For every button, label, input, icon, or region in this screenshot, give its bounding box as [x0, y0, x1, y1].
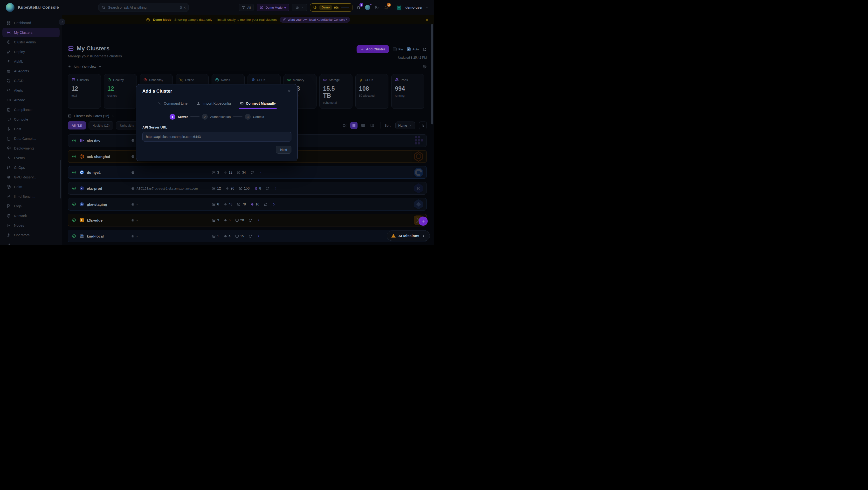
sidebar-item-label: AI Agents — [14, 69, 29, 73]
refresh-icon[interactable] — [248, 234, 252, 238]
filter-all-chip[interactable]: All — [239, 4, 254, 11]
refresh-icon[interactable] — [250, 171, 254, 174]
pin-checkbox[interactable] — [393, 47, 397, 51]
stat-card-pods[interactable]: Pods 994 running — [391, 74, 424, 109]
ai-missions-button[interactable]: AI Missions — [387, 231, 430, 241]
tab-command-line[interactable]: Command Line — [158, 98, 187, 109]
cluster-row-do-nyc1[interactable]: do-nyc1 - 3 12 34 — [68, 166, 427, 179]
filter-tab-all[interactable]: All (12) — [68, 121, 86, 130]
sidebar-item-ai-agents[interactable]: AI Agents — [0, 66, 62, 76]
search-input[interactable] — [107, 5, 178, 10]
sidebar-item-logs[interactable]: Logs — [0, 201, 62, 211]
sidebar-item-data-compliance[interactable]: Data Compli... — [0, 134, 62, 143]
auto-checkbox-group[interactable]: ✓ Auto — [407, 47, 419, 51]
sidebar-item-nodes[interactable]: Nodes — [0, 221, 62, 230]
filter-tab-healthy[interactable]: Healthy (12) — [89, 121, 113, 130]
search-shortcut: ⌘ K — [180, 6, 186, 9]
view-columns-button[interactable] — [369, 122, 376, 129]
sidebar-item-alerts[interactable]: Alerts — [0, 86, 62, 95]
chevron-right-icon[interactable] — [257, 234, 260, 238]
banner-close-button[interactable] — [425, 18, 429, 22]
stat-card-storage[interactable]: Storage 15.5 TB ephemeral — [319, 74, 352, 109]
aks-provider-icon — [80, 138, 84, 143]
view-grid-button[interactable] — [341, 122, 348, 129]
cluster-row-k3s-edge[interactable]: k3s-edge - 3 6 28 — [68, 214, 427, 226]
refresh-icon[interactable] — [264, 202, 268, 206]
cluster-row-gke-staging[interactable]: gke-staging - 6 48 78 16 — [68, 198, 427, 210]
dashboard-icon — [6, 21, 11, 25]
sidebar-item-partial[interactable] — [0, 240, 62, 245]
sidebar-item-deploy[interactable]: Deploy — [0, 47, 62, 57]
sidebar-item-dashboard[interactable]: Dashboard — [0, 18, 62, 28]
user-menu[interactable]: demo-user — [395, 4, 428, 11]
refresh-icon[interactable] — [248, 219, 252, 222]
chevron-right-icon[interactable] — [257, 219, 260, 222]
window-scrollbar[interactable] — [431, 24, 433, 124]
sidebar-collapse-button[interactable] — [59, 19, 65, 25]
sidebar-item-compute[interactable]: Compute — [0, 115, 62, 124]
servers-icon — [71, 78, 75, 82]
cluster-row-eks-prod[interactable]: eks-prod ABC123.gr7.us-east-1.eks.amazon… — [68, 182, 427, 195]
stat-card-gpus[interactable]: GPUs 108 80 allocated — [355, 74, 389, 109]
add-cluster-button[interactable]: Add Cluster — [356, 45, 389, 53]
view-table-button[interactable] — [360, 122, 367, 129]
sidebar-item-llmd-bench[interactable]: llm-d Bench... — [0, 192, 62, 201]
modal-close-icon[interactable] — [287, 89, 291, 93]
view-list-button[interactable] — [350, 122, 358, 129]
chevron-right-icon[interactable] — [272, 202, 276, 206]
sidebar-item-deployments[interactable]: Deployments — [0, 143, 62, 153]
globe-icon — [131, 139, 135, 142]
token-usage-badge[interactable]: Demo 0% — [310, 3, 352, 11]
add-floating-button[interactable] — [418, 217, 428, 226]
chevron-right-icon[interactable] — [259, 171, 262, 174]
stat-sub: 80 allocated — [359, 94, 385, 97]
demo-mode-chip[interactable]: Demo Mode — [257, 4, 289, 11]
tab-import-kubeconfig[interactable]: Import Kubeconfig — [197, 98, 231, 109]
add-cluster-modal: Add a Cluster Command Line Import Kubeco… — [136, 84, 298, 161]
sidebar-item-ci-cd[interactable]: CI/CD — [0, 76, 62, 86]
cluster-row-kind-local[interactable]: kind-local - 1 4 15 — [68, 230, 427, 242]
sidebar-item-label: Compute — [14, 118, 28, 121]
sidebar-item-arcade[interactable]: Arcade — [0, 95, 62, 105]
sidebar-item-gitops[interactable]: GitOps — [0, 163, 62, 172]
banner-cta[interactable]: Want your own local KubeStellar Console? — [280, 17, 350, 23]
sidebar: Dashboard My Clusters Cluster Admin Depl… — [0, 15, 62, 245]
debug-button[interactable]: 1 — [355, 4, 362, 11]
ai-sphere-button[interactable] — [365, 4, 371, 11]
stat-card-clusters[interactable]: Clusters 12 total — [68, 74, 101, 109]
chevron-right-icon — [422, 234, 425, 237]
api-server-url-input[interactable] — [142, 132, 291, 141]
cube-icon — [260, 6, 264, 9]
sidebar-item-cost[interactable]: Cost — [0, 124, 62, 134]
sidebar-item-operators[interactable]: Operators — [0, 230, 62, 240]
sidebar-item-compliance[interactable]: Compliance — [0, 105, 62, 115]
sidebar-item-label: Logs — [14, 204, 22, 208]
git-branch-icon — [6, 165, 11, 170]
settings-gear-icon[interactable] — [423, 65, 427, 69]
theme-toggle[interactable] — [374, 4, 380, 11]
notifications-button[interactable]: 3 — [383, 4, 389, 11]
global-search[interactable]: ⌘ K — [98, 3, 189, 12]
refresh-icon[interactable] — [266, 187, 269, 190]
stats-overview-toggle[interactable]: Stats Overview — [68, 65, 101, 69]
chevron-right-icon[interactable] — [274, 187, 277, 190]
sidebar-item-cluster-admin[interactable]: Cluster Admin — [0, 37, 62, 47]
sort-select[interactable]: Name — [395, 122, 415, 129]
filter-tab-unhealthy[interactable]: Unhealthy — [116, 121, 138, 130]
sidebar-item-my-clusters[interactable]: My Clusters — [2, 28, 60, 37]
sidebar-item-ai-ml[interactable]: AI/ML — [0, 57, 62, 66]
token-progress-bar — [341, 7, 349, 8]
sort-direction-button[interactable] — [419, 122, 427, 129]
sidebar-item-gpu-reservations[interactable]: GPU Reserv... — [0, 172, 62, 182]
stat-card-healthy[interactable]: Healthy 12 clusters — [104, 74, 137, 109]
auto-checkbox[interactable]: ✓ — [407, 47, 411, 51]
pin-checkbox-group[interactable]: Pin — [393, 47, 403, 51]
sidebar-item-events[interactable]: Events — [0, 153, 62, 163]
sidebar-scrollbar[interactable] — [60, 160, 61, 198]
tab-connect-manually[interactable]: Connect Manually — [240, 98, 276, 109]
refresh-icon[interactable] — [423, 47, 427, 52]
next-button[interactable]: Next — [276, 145, 291, 154]
sidebar-item-network[interactable]: Network — [0, 211, 62, 221]
sidebar-item-helm[interactable]: Helm — [0, 182, 62, 192]
agent-selector[interactable] — [292, 4, 307, 11]
